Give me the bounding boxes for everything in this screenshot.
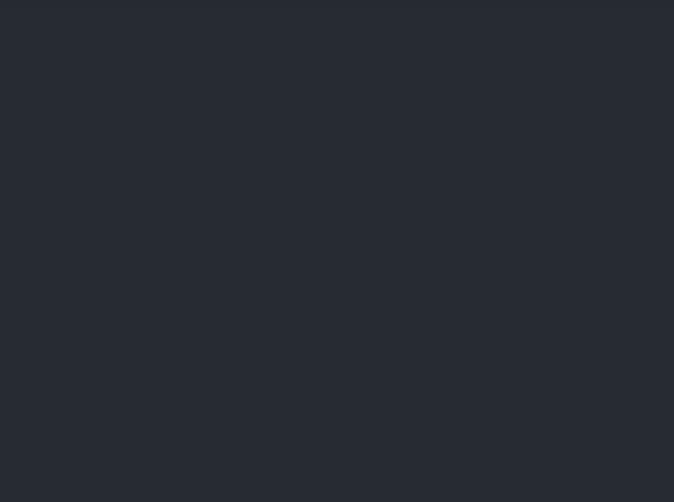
code-editor[interactable] [0,0,674,502]
clipped-line-fragments [0,0,674,8]
